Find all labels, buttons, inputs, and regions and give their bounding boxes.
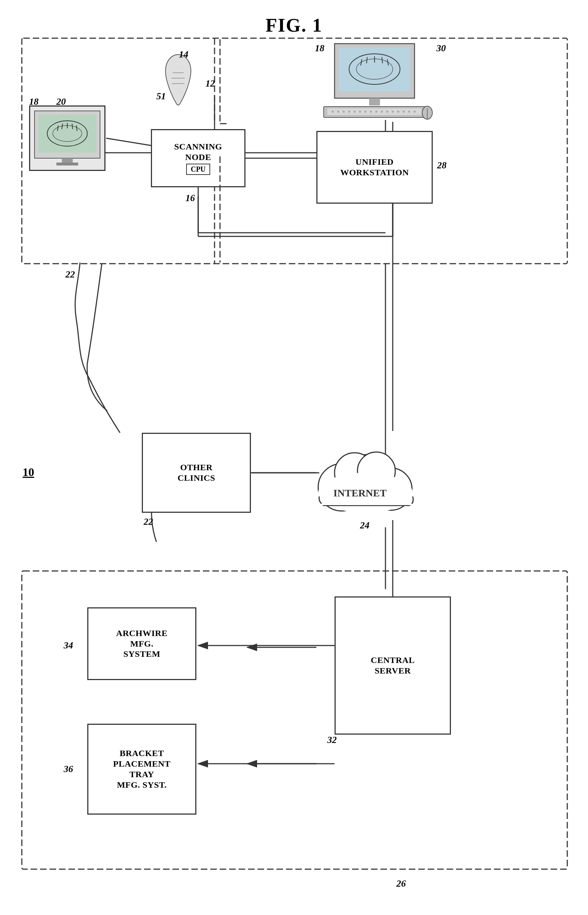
page: FIG. 1 [0, 0, 588, 915]
svg-point-58 [414, 111, 416, 113]
ref-12: 12 [205, 78, 215, 89]
svg-point-53 [386, 111, 388, 113]
svg-point-52 [381, 111, 383, 113]
ref-34: 34 [64, 640, 73, 651]
svg-point-44 [337, 111, 339, 113]
ref-32: 32 [327, 735, 337, 745]
cpu-label: CPU [186, 164, 210, 175]
svg-point-47 [354, 111, 355, 113]
svg-point-57 [408, 111, 410, 113]
ref-16: 16 [186, 193, 195, 204]
scanning-node-label: SCANNINGNODE [174, 141, 222, 163]
central-server-label: CENTRALSERVER [371, 655, 415, 676]
svg-text:INTERNET: INTERNET [333, 487, 387, 499]
archwire-box: ARCHWIREMFG.SYSTEM [87, 607, 196, 680]
svg-point-55 [397, 111, 399, 113]
svg-rect-40 [369, 98, 380, 105]
bracket-label: BRACKETPLACEMENTTRAYMFG. SYST. [113, 748, 171, 790]
ref-30: 30 [436, 43, 446, 54]
svg-rect-42 [327, 108, 422, 115]
svg-point-51 [375, 111, 378, 113]
svg-line-74 [106, 138, 151, 145]
svg-point-48 [359, 111, 361, 113]
teeth-monitor-left [29, 105, 105, 171]
ref-24: 24 [360, 520, 370, 531]
ref-18b: 18 [315, 43, 325, 54]
other-clinics-label: OTHERCLINICS [178, 462, 215, 483]
svg-point-50 [370, 111, 372, 113]
svg-rect-27 [57, 163, 78, 165]
ref-51: 51 [157, 91, 166, 102]
svg-rect-26 [62, 158, 73, 163]
unified-workstation-label: UNIFIEDWORKSTATION [340, 157, 409, 178]
other-clinics-box: OTHERCLINICS [142, 433, 251, 513]
svg-point-46 [348, 111, 350, 113]
svg-point-45 [342, 111, 345, 113]
ref-22b: 22 [144, 516, 153, 527]
ref-18a: 18 [29, 96, 39, 107]
ref-28: 28 [437, 160, 447, 171]
ref-26: 26 [396, 878, 406, 889]
svg-point-56 [402, 111, 405, 113]
internet-cloud: INTERNET [298, 429, 422, 525]
svg-point-54 [392, 111, 394, 113]
ref-20: 20 [57, 96, 66, 107]
central-server-box: CENTRALSERVER [334, 597, 451, 735]
svg-rect-18 [38, 115, 96, 153]
svg-point-43 [332, 111, 334, 113]
archwire-label: ARCHWIREMFG.SYSTEM [116, 628, 167, 660]
ref-22a: 22 [65, 269, 75, 280]
workstation-computer [317, 42, 433, 127]
bracket-box: BRACKETPLACEMENTTRAYMFG. SYST. [87, 724, 196, 815]
figure-title: FIG. 1 [0, 0, 588, 36]
ref-36: 36 [64, 764, 73, 774]
scanning-node-box: SCANNINGNODE CPU [151, 129, 246, 187]
unified-workstation-box: UNIFIEDWORKSTATION [317, 131, 433, 204]
ref-14: 14 [179, 49, 188, 60]
svg-point-49 [364, 111, 367, 113]
ref-10: 10 [23, 466, 34, 479]
